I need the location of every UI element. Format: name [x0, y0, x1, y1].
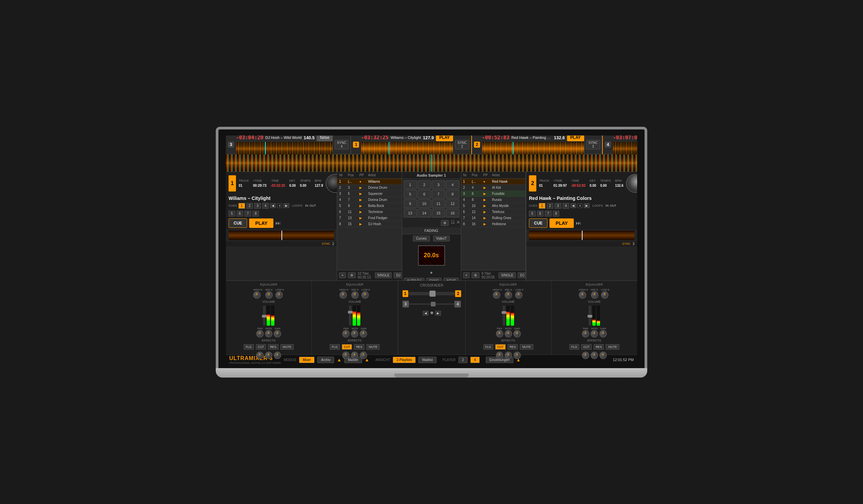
sampler1-btn-12[interactable]: 12 — [446, 199, 460, 208]
ch1-eff-knob2[interactable] — [351, 352, 358, 359]
sampler1-btn-1[interactable]: 1 — [403, 180, 417, 189]
pl2-single-btn[interactable]: SINGLE — [499, 273, 516, 278]
pl2-row-2[interactable]: 2 4 ▶ Al Kid Shakin 02:39 — [461, 185, 526, 191]
ch2-high-knob[interactable] — [493, 291, 500, 299]
deck2-cue3[interactable]: 3 — [554, 203, 561, 209]
ch4-gan-knob[interactable] — [599, 330, 607, 338]
archiv-mode-btn[interactable]: Archiv — [317, 357, 334, 363]
ch4-high-knob[interactable] — [579, 291, 586, 299]
ch1-fader-handle[interactable] — [348, 311, 353, 314]
crossfader-handle[interactable] — [429, 291, 436, 297]
ch1-gan-knob[interactable] — [360, 330, 367, 338]
pl2-row-6[interactable]: 6 12 ▶ Telefuss Millionaire 02:39 — [461, 209, 526, 215]
deck2-cue-btn[interactable]: CUE — [529, 218, 548, 228]
deck1-loop8[interactable]: 8 — [252, 211, 259, 216]
ch3-mute-btn[interactable]: MUTE — [280, 344, 294, 350]
deck1-loop7[interactable]: 7 — [245, 211, 251, 216]
ch4-cut-btn[interactable]: CUT — [581, 344, 592, 350]
ch4-mute-btn[interactable]: MUTE — [606, 344, 619, 350]
deck2-loop5[interactable]: 5 — [529, 211, 536, 216]
two-playlists-btn[interactable]: 2-Playlists — [393, 357, 416, 363]
ch3-gan-knob[interactable] — [274, 330, 281, 338]
ch4-flg-btn[interactable]: FLG — [570, 344, 579, 350]
fading-sync-btn[interactable]: SYNC — [426, 278, 442, 280]
ch3-fader-handle[interactable] — [262, 315, 267, 318]
ch2-gan-knob[interactable] — [513, 330, 521, 338]
ch1-eff-knob1[interactable] — [342, 352, 350, 359]
sampler1-btn-16[interactable]: 16 — [446, 209, 460, 217]
ch1-mid-knob[interactable] — [351, 291, 359, 299]
ch4-eff-knob3[interactable] — [599, 352, 607, 359]
pl1-row-3[interactable]: 3 5 ▶ Squeezer I Miss You 139.9 03:10 — [337, 191, 402, 197]
deck1-cue1[interactable]: 1 — [238, 203, 245, 209]
deck2-play-btn[interactable]: PLAY — [567, 136, 584, 142]
sampler1-settings-btn[interactable]: ⚙ — [441, 220, 449, 226]
deck2-play-big[interactable]: PLAY — [550, 218, 574, 228]
deck1-play-big[interactable]: PLAY — [249, 218, 273, 228]
sampler1-btn-11[interactable]: 11 — [432, 199, 445, 208]
deck2-loop6[interactable]: 6 — [537, 211, 544, 216]
ch2-flg-btn[interactable]: FLG — [484, 344, 493, 350]
ch3-fader-track[interactable] — [263, 305, 266, 326]
cf-bottom-handle[interactable] — [431, 302, 436, 306]
deck1-cue-btn[interactable]: CUE — [228, 218, 247, 228]
ch1-high-knob[interactable] — [339, 291, 347, 299]
ch3-mid-knob[interactable] — [265, 291, 273, 299]
waitlist-btn[interactable]: Waitlist — [418, 357, 437, 363]
ch2-low-knob[interactable] — [515, 291, 523, 299]
curves-btn[interactable]: Curves — [413, 236, 430, 241]
cf-bottom-track[interactable] — [409, 303, 454, 305]
cf-next-btn[interactable]: ▶ — [435, 311, 441, 316]
sampler1-btn-4[interactable]: 4 — [446, 180, 460, 189]
sampler1-btn-7[interactable]: 7 — [432, 190, 445, 199]
deck2-cue2[interactable]: 2 — [547, 203, 553, 209]
pl1-single-btn[interactable]: SINGLE — [375, 273, 392, 278]
ch4-mid-knob[interactable] — [591, 291, 598, 299]
sampler1-btn-6[interactable]: 6 — [418, 190, 431, 199]
deck3-sync-btn[interactable]: SYNC 4 — [335, 140, 349, 149]
ch2-eff-knob2[interactable] — [505, 352, 512, 359]
deck1-sync-btn[interactable]: SYNC 2 — [455, 140, 469, 149]
pl2-row-4[interactable]: 4 8 ▶ Rurals Sweet Butterfly 03:34 — [461, 197, 526, 203]
pl2-row-3[interactable]: 3 6 ▶ Fussible Oddissea 03:09 — [461, 191, 526, 197]
ch1-mute-btn[interactable]: MUTE — [366, 344, 380, 350]
pl2-add-btn[interactable]: + — [463, 273, 470, 278]
deck2-cue-next[interactable]: ▶ — [584, 203, 590, 208]
ch2-eff-knob1[interactable] — [496, 352, 503, 359]
ch4-pan-knob[interactable] — [582, 330, 589, 338]
deck1-cue-prev[interactable]: ◀ — [270, 203, 276, 208]
ch4-low-knob[interactable] — [601, 291, 609, 299]
ch2-cut-btn[interactable]: CUT — [495, 344, 506, 350]
ch3-eff-knob3[interactable] — [274, 352, 281, 359]
deck2-cue1[interactable]: 1 — [539, 203, 546, 209]
pl1-row-6[interactable]: 6 11 ▶ Techntron Bass, Bass, Bass 140.8 … — [337, 209, 402, 215]
ch3-eff-knob2[interactable] — [265, 352, 272, 359]
sampler1-btn-15[interactable]: 15 — [432, 209, 445, 217]
deck2-next-icon[interactable]: ⏭ — [576, 220, 581, 226]
ch3-high-knob[interactable] — [253, 291, 261, 299]
ch4-res-btn[interactable]: RES — [593, 344, 604, 350]
pl1-add-btn[interactable]: + — [339, 273, 346, 278]
ch1-cut-btn[interactable]: CUT — [342, 344, 352, 350]
ch1-fader-track[interactable] — [349, 305, 352, 326]
pl1-row-5[interactable]: 5 9 ▶ Bella Bock My Heart Pumps 140.9 03… — [337, 203, 402, 209]
ch4-fader-handle[interactable] — [588, 315, 592, 318]
deck2-loop7[interactable]: 7 — [545, 211, 551, 216]
ch1-pan-knob[interactable] — [342, 330, 350, 338]
pl1-dj-btn[interactable]: DJ — [394, 273, 402, 278]
pl2-settings-btn[interactable]: ⚙ — [472, 273, 479, 278]
ch3-pan-knob[interactable] — [256, 330, 264, 338]
deck1-loop5[interactable]: 5 — [228, 211, 235, 216]
deck1-cue4[interactable]: 4 — [262, 203, 269, 209]
deck1-cue2[interactable]: 2 — [247, 203, 253, 209]
ch1-flg-btn[interactable]: FLG — [330, 344, 340, 350]
pl2-row-1[interactable]: 1 (... ● Red Hawk Painting Colors 13... … — [461, 179, 526, 185]
pl2-row-8[interactable]: 8 16 ▶ Hollstone Click Me Up 04:42 — [461, 221, 526, 227]
pl1-row-8[interactable]: 8 15 ▶ DJ Hosh Wild World 140.6 03:08 — [337, 221, 402, 227]
player2-btn[interactable]: 2 — [459, 357, 468, 363]
cf-prev-btn[interactable]: ◀ — [423, 311, 428, 316]
ch4-eff-knob1[interactable] — [582, 352, 589, 359]
ch3-res-btn[interactable]: RES — [268, 344, 278, 350]
ch2-pan-knob[interactable] — [496, 330, 503, 338]
ch1-low-knob[interactable] — [361, 291, 369, 299]
